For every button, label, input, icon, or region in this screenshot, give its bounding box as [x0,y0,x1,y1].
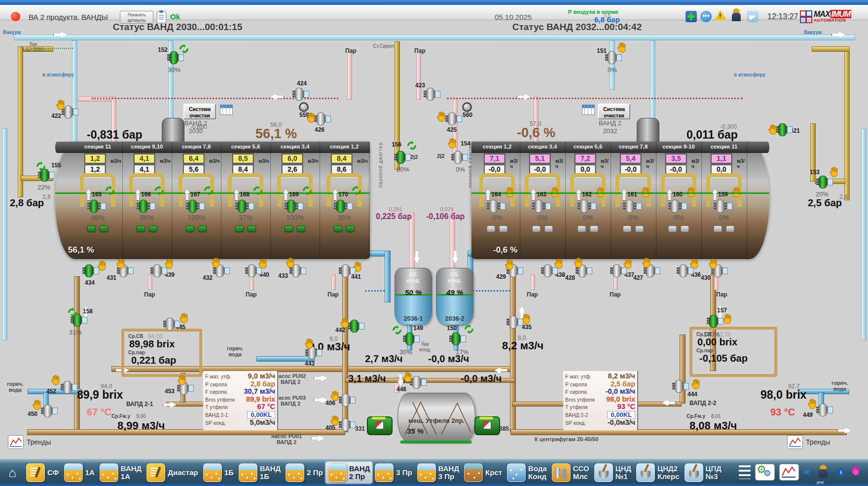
valve-body-156[interactable] [397,151,405,164]
section-setpoint-box[interactable]: 7,1 [484,153,506,164]
trends-button-left[interactable]: Тренды [8,435,51,449]
taskbar-item-цнд-№1[interactable]: ЦНД №1 [592,462,634,484]
speaker-icon[interactable] [803,468,811,476]
gears-button[interactable]: ⚙⚙ [755,464,775,481]
section-setpoint-box[interactable]: 6,0 [282,153,303,164]
telegram-icon[interactable] [747,11,759,22]
section-setpoint-box[interactable]: 1,1 [711,153,732,164]
taskbar-item-цнд2-клерс[interactable]: ЦНД2 Клерс [634,462,682,484]
valve-body-441[interactable] [341,264,350,277]
valve-body-423[interactable] [426,88,434,101]
valve-body-436[interactable] [679,264,687,277]
par-bl-1: Пар [144,291,155,298]
valve-body-452[interactable] [63,381,72,394]
section-setpoint-box[interactable]: 8,4 [331,153,353,164]
sensor-559[interactable] [299,102,309,112]
taskbar-item-ванд-2-пр[interactable]: ВАНД 2 Пр [326,462,372,484]
menu-lines-icon[interactable] [739,465,751,479]
home-icon[interactable]: ⌂ [5,465,20,480]
valve-body-440[interactable] [248,264,256,277]
pipe [416,52,421,100]
chart-button[interactable] [779,464,799,481]
valve-body-157[interactable] [709,315,718,328]
touch-hand-icon[interactable] [849,464,864,480]
valve-body-152[interactable] [170,51,178,64]
section-valve[interactable] [716,200,724,213]
taskbar-item-ванд-1б[interactable]: ВАНД 1Б [236,462,283,484]
maintenance-worker-icon[interactable]: prod [816,464,832,481]
section-valve[interactable] [489,200,498,213]
valve-body-438[interactable] [543,264,552,277]
valve-body-406[interactable] [341,394,350,407]
section-setpoint-box[interactable]: 7,2 [575,153,596,164]
valve-body-151[interactable] [608,51,616,64]
section-valve[interactable] [580,200,588,213]
taskbar-item-2-пр[interactable]: 2 Пр [283,462,325,484]
section-valve-number: 165 [92,191,102,198]
section-valve[interactable] [535,200,543,213]
taskbar-item-1б[interactable]: 1Б [201,462,236,484]
motor-385[interactable] [474,416,500,435]
section-valve[interactable] [625,200,634,213]
valve-body-150[interactable] [452,333,460,345]
section-setpoint-box[interactable]: 3,5 [665,153,687,164]
taskbar-item-вода-конд[interactable]: Вода Конд [505,462,549,484]
sensor-560[interactable] [462,102,472,112]
section-setpoint-box[interactable]: 1,2 [84,153,106,164]
section-setpoint-box[interactable]: 8,5 [232,153,254,164]
valve-body-442[interactable] [350,320,359,333]
valve-body-444[interactable] [675,380,683,393]
cleaning-system-button-left[interactable]: Система очистки [183,104,216,119]
taskbar-item-цпд-№3[interactable]: ЦПД №3 [682,462,724,484]
section-valve[interactable] [336,200,345,213]
taskbar-item-диастар[interactable]: Диастар [144,462,200,484]
info-icon[interactable]: i [837,468,845,476]
taskbar-item-1а[interactable]: 1А [62,462,97,484]
table-icon-left[interactable] [220,105,233,115]
cleaning-system-button-right[interactable]: Система очистки [598,104,630,119]
section-setpoint-box[interactable]: 5,1 [529,153,551,164]
section-valve[interactable] [671,200,679,213]
taskbar-item-ссо-млс[interactable]: ССО Млс [549,462,592,484]
massecuite-mixer: меш. Утфеля 2пр. 35 % [398,393,475,442]
valve-body-435[interactable] [509,316,517,329]
panel-row-label: Brxs утфеля [205,396,235,404]
valve-label: 449 [803,411,813,418]
warning-icon[interactable] [715,10,726,20]
valve-body-445[interactable] [166,318,174,331]
section-valve[interactable] [139,200,147,213]
trends-button-right[interactable]: Тренды [787,435,830,449]
chat-icon[interactable] [700,11,712,22]
section-setpoint-box[interactable]: 5,4 [620,153,642,164]
valve-body-405[interactable] [341,418,350,431]
valve-body-437[interactable] [613,264,621,277]
valve-body-153[interactable] [819,176,827,188]
section-valve[interactable] [90,200,98,213]
taskbar-item-ванд-3-пр[interactable]: ВАНД 3 Пр [415,462,462,484]
section-setpoint-box[interactable]: 6,4 [183,153,205,164]
motor-331[interactable] [367,416,393,435]
add-icon[interactable] [686,11,697,22]
valve-body-434[interactable] [85,264,93,277]
valve-body-425[interactable] [448,112,456,125]
table-icon-right[interactable] [582,105,595,115]
valve-body-450[interactable] [43,405,52,417]
valve-body-421[interactable] [778,123,787,136]
taskbar-item-ванд-1а[interactable]: ВАНД 1А [97,462,144,484]
valve-body-449[interactable] [819,404,827,416]
valve-body-149[interactable] [405,333,414,345]
section-valve[interactable] [188,200,197,213]
worker-icon[interactable] [729,7,744,22]
section-valve[interactable] [238,200,246,213]
valve-body-426[interactable] [317,112,325,125]
valve-body-154[interactable] [454,151,462,164]
taskbar-item-3-пр[interactable]: 3 Пр [372,462,414,484]
section-setpoint-box[interactable]: 4,1 [134,153,155,164]
section-valve[interactable] [287,200,295,213]
valve-indicator [350,421,356,428]
recycle-icon [463,323,475,336]
taskbar-item-крст[interactable]: Крст [462,462,505,484]
taskbar-item-сф[interactable]: СФ [24,462,62,484]
valve-body-439[interactable] [153,264,161,277]
valve-body-424[interactable] [295,88,303,101]
